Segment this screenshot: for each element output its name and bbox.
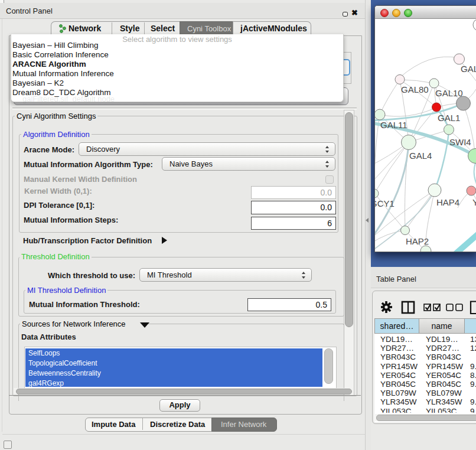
svg-text:GAL11: GAL11 <box>380 120 407 130</box>
svg-text:HAP4: HAP4 <box>436 197 459 207</box>
svg-text:HAP2: HAP2 <box>406 236 429 246</box>
svg-text:GAL4: GAL4 <box>409 151 432 161</box>
svg-text:SWI4: SWI4 <box>449 137 471 147</box>
svg-text:GCY1: GCY1 <box>375 198 395 208</box>
svg-text:GAL10: GAL10 <box>435 88 463 98</box>
svg-text:GAL1: GAL1 <box>438 113 460 123</box>
svg-text:GAL80: GAL80 <box>401 84 429 94</box>
svg-text:Y: Y <box>472 197 476 207</box>
svg-text:GAL7: GAL7 <box>461 64 476 74</box>
